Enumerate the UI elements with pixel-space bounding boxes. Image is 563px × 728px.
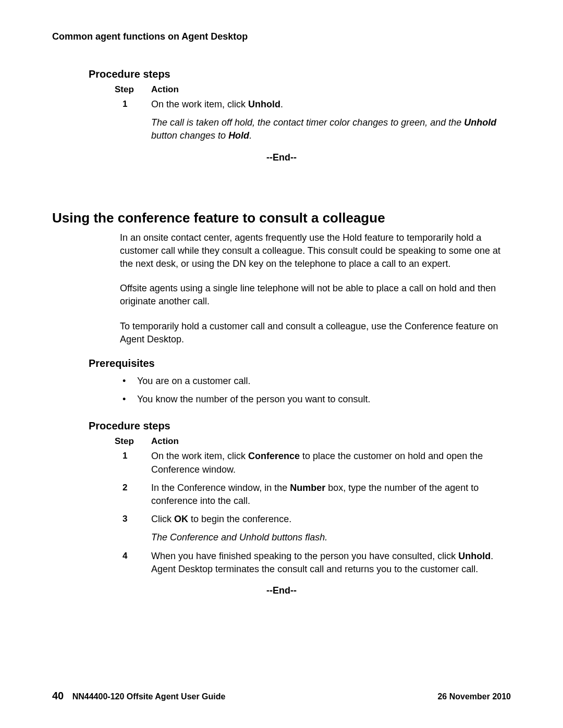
bullet-icon: •	[123, 374, 137, 389]
page-header: Common agent functions on Agent Desktop	[52, 31, 511, 42]
result-bold1: Unhold	[464, 117, 496, 128]
page-number: 40	[52, 690, 64, 701]
footer-date: 26 November 2010	[437, 692, 511, 701]
action-label: Action	[151, 436, 511, 447]
step-text-bold: Number	[290, 483, 325, 493]
action-label: Action	[151, 84, 511, 95]
list-item: • You know the number of the person you …	[123, 392, 511, 407]
step-text-post: to begin the conference.	[188, 514, 291, 524]
list-item: • You are on a customer call.	[123, 374, 511, 389]
prerequisites-heading: Prerequisites	[89, 357, 511, 369]
doc-title: NN44400-120 Offsite Agent User Guide	[72, 692, 226, 701]
step-text-bold: Conference	[248, 451, 300, 461]
step-row: 1 On the work item, click Unhold.	[115, 98, 511, 111]
step-result: The call is taken off hold, the contact …	[151, 116, 511, 142]
step-label: Step	[115, 436, 151, 447]
section-para-1: In an onsite contact center, agents freq…	[120, 231, 511, 271]
step-row: 3 Click OK to begin the conference.	[115, 513, 511, 526]
step-row: 1 On the work item, click Conference to …	[115, 450, 511, 476]
step-action: In the Conference window, in the Number …	[151, 482, 511, 508]
step-action: On the work item, click Conference to pl…	[151, 450, 511, 476]
end-marker-1: --End--	[52, 152, 511, 163]
step-num: 1	[115, 450, 151, 476]
result-mid: button changes to	[151, 130, 228, 141]
step-result: The Conference and Unhold buttons flash.	[151, 531, 511, 544]
step-text-bold: Unhold	[458, 551, 491, 561]
result-post: .	[249, 130, 252, 141]
document-page: Common agent functions on Agent Desktop …	[0, 0, 563, 728]
step-header-row-1: Step Action	[115, 84, 511, 95]
step-text-bold: OK	[174, 514, 188, 524]
step-text-pre: On the work item, click	[151, 99, 248, 109]
section-heading: Using the conference feature to consult …	[52, 210, 511, 226]
step-action: When you have finished speaking to the p…	[151, 550, 511, 576]
step-text-pre: When you have finished speaking to the p…	[151, 551, 458, 561]
step-num: 1	[115, 98, 151, 111]
bullet-icon: •	[123, 392, 137, 407]
step-text-pre: In the Conference window, in the	[151, 483, 290, 493]
step-num: 4	[115, 550, 151, 576]
step-text-bold: Unhold	[248, 99, 280, 109]
section-para-2: Offsite agents using a single line telep…	[120, 282, 511, 308]
bullet-list: • You are on a customer call. • You know…	[123, 374, 511, 407]
result-pre: The call is taken off hold, the contact …	[151, 117, 464, 128]
step-text-post: .	[280, 99, 283, 109]
step-row: 2 In the Conference window, in the Numbe…	[115, 482, 511, 508]
section-para-3: To temporarily hold a customer call and …	[120, 320, 511, 346]
step-row: 4 When you have finished speaking to the…	[115, 550, 511, 576]
page-footer: 40 NN44400-120 Offsite Agent User Guide …	[52, 690, 511, 702]
step-text-pre: On the work item, click	[151, 451, 248, 461]
step-action: Click OK to begin the conference.	[151, 513, 511, 526]
bullet-text: You are on a customer call.	[137, 374, 511, 389]
bullet-text: You know the number of the person you wa…	[137, 392, 511, 407]
result-bold2: Hold	[228, 130, 249, 141]
end-marker-2: --End--	[52, 585, 511, 596]
step-num: 3	[115, 513, 151, 526]
step-action: On the work item, click Unhold.	[151, 98, 511, 111]
procedure-heading-1: Procedure steps	[89, 68, 511, 80]
step-header-row-2: Step Action	[115, 436, 511, 447]
footer-left: 40 NN44400-120 Offsite Agent User Guide	[52, 690, 225, 702]
step-text-pre: Click	[151, 514, 174, 524]
step-num: 2	[115, 482, 151, 508]
procedure-heading-2: Procedure steps	[89, 420, 511, 432]
step-label: Step	[115, 84, 151, 95]
